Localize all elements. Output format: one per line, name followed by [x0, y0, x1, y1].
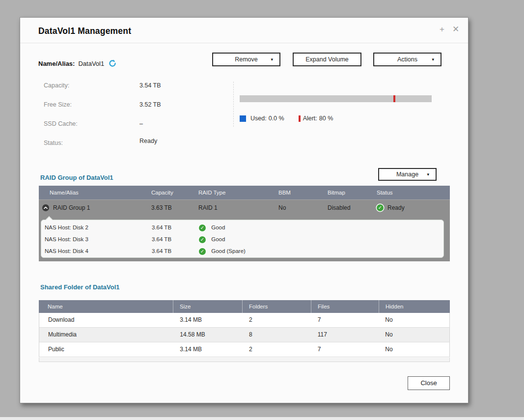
raid-group-bitmap: Disabled	[328, 200, 351, 216]
raid-group-type: RAID 1	[198, 200, 218, 216]
folder-name: Download	[39, 313, 173, 327]
folder-folders: 2	[243, 313, 311, 327]
disk-status: Good (Spare)	[211, 248, 246, 254]
used-swatch-icon	[240, 115, 246, 122]
shared-folder-row[interactable]: Multimedia 14.58 MB 8 117 No	[39, 328, 450, 342]
capacity-label: Capacity:	[44, 81, 69, 90]
raid-group-name: RAID Group 1	[53, 200, 90, 216]
disk-row: NAS Host: Disk 4 3.64 TB ✓ Good (Spare)	[41, 245, 443, 257]
datavol-management-dialog: DataVol1 Management + ✕ Name/Alias: Data…	[20, 17, 469, 403]
raid-group-table: Name/Alias Capacity RAID Type BBM Bitmap…	[39, 186, 450, 261]
raid-section-title: RAID Group of DataVol1	[40, 174, 113, 181]
name-alias-label: Name/Alias:	[38, 60, 75, 67]
shared-header-folders: Folders	[243, 300, 311, 313]
shared-header-size: Size	[173, 300, 243, 313]
ready-check-icon: ✓	[377, 204, 384, 211]
free-size-value: 3.52 TB	[139, 100, 161, 109]
close-button-label: Close	[420, 379, 437, 387]
folder-size: 3.14 MB	[173, 342, 243, 357]
shared-folder-row[interactable]: Download 3.14 MB 2 7 No	[39, 313, 450, 328]
actions-button-label: Actions	[397, 56, 417, 63]
usage-bar	[240, 95, 432, 102]
remove-button[interactable]: Remove ▾	[212, 53, 280, 66]
actions-button[interactable]: Actions ▾	[373, 53, 441, 66]
expand-volume-button[interactable]: Expand Volume	[293, 53, 361, 66]
disk-name: NAS Host: Disk 2	[45, 222, 88, 233]
alert-label: Alert:	[303, 115, 317, 122]
manage-caret-icon[interactable]: ▾	[427, 169, 429, 180]
used-label: Used:	[250, 115, 267, 122]
raid-group-status: Ready	[387, 200, 405, 216]
status-label: Status:	[44, 139, 63, 147]
folder-size: 14.58 MB	[173, 328, 243, 342]
raid-header-capacity: Capacity	[151, 186, 173, 199]
window-plus-icon[interactable]: +	[438, 25, 446, 34]
shared-section-title: Shared Folder of DataVol1	[40, 283, 120, 291]
folder-hidden: No	[379, 313, 449, 327]
raid-header-bitmap: Bitmap	[328, 186, 345, 199]
disk-capacity: 3.64 TB	[152, 222, 171, 233]
good-check-icon: ✓	[199, 248, 206, 255]
usage-legend: Used: 0.0 % Alert: 80 %	[240, 115, 333, 122]
used-value: 0.0 %	[269, 115, 284, 122]
folder-folders: 2	[243, 342, 311, 357]
ssd-cache-label: SSD Cache:	[44, 119, 78, 128]
shared-header-hidden: Hidden	[379, 300, 450, 313]
dialog-titlebar: DataVol1 Management + ✕	[20, 18, 468, 43]
folder-name: Multimedia	[39, 328, 173, 342]
good-check-icon: ✓	[199, 236, 206, 243]
folder-hidden: No	[379, 328, 449, 342]
alert-swatch-icon	[299, 115, 301, 122]
remove-button-label: Remove	[235, 56, 258, 63]
raid-table-header: Name/Alias Capacity RAID Type BBM Bitmap…	[39, 186, 450, 199]
shared-folder-row[interactable]: Public 3.14 MB 2 7 No	[39, 342, 450, 357]
disk-row: NAS Host: Disk 2 3.64 TB ✓ Good	[41, 222, 443, 233]
raid-header-type: RAID Type	[198, 186, 225, 199]
disk-status-wrap: ✓ Good	[199, 233, 225, 245]
shared-header-name: Name	[39, 300, 173, 313]
raid-header-status: Status	[377, 186, 393, 199]
raid-group-row[interactable]: RAID Group 1 3.63 TB RAID 1 No Disabled …	[39, 199, 450, 215]
disk-status: Good	[211, 224, 225, 230]
horizontal-scrollbar[interactable]	[39, 358, 450, 362]
raid-header-name: Name/Alias	[50, 186, 79, 199]
disk-name: NAS Host: Disk 3	[45, 233, 88, 245]
disk-status: Good	[211, 236, 225, 242]
window-close-icon[interactable]: ✕	[451, 25, 460, 34]
close-button[interactable]: Close	[408, 376, 450, 390]
folder-files: 117	[311, 328, 379, 342]
manage-button-label: Manage	[396, 171, 418, 178]
manage-button[interactable]: Manage ▾	[378, 168, 437, 181]
raid-group-capacity: 3.63 TB	[151, 200, 172, 216]
actions-caret-icon[interactable]: ▾	[432, 54, 434, 65]
raid-expanded-area: NAS Host: Disk 2 3.64 TB ✓ Good NAS Host…	[39, 215, 450, 261]
shared-header-files: Files	[311, 300, 379, 313]
disk-status-wrap: ✓ Good (Spare)	[199, 245, 246, 257]
shared-table-header: Name Size Folders Files Hidden	[39, 300, 450, 313]
folder-hidden: No	[379, 342, 449, 357]
rename-refresh-icon[interactable]	[109, 59, 116, 67]
info-divider	[233, 82, 234, 127]
desktop-background: DataVol1 Management + ✕ Name/Alias: Data…	[0, 0, 524, 420]
name-alias-row: Name/Alias: DataVol1	[38, 58, 116, 68]
good-check-icon: ✓	[199, 224, 206, 231]
disk-capacity: 3.64 TB	[152, 233, 171, 245]
raid-header-bbm: BBM	[278, 186, 291, 199]
collapse-chevron-icon[interactable]	[42, 204, 49, 211]
folder-files: 7	[311, 342, 379, 357]
ssd-cache-value: –	[139, 119, 143, 128]
raid-group-bbm: No	[278, 200, 286, 216]
remove-caret-icon[interactable]: ▾	[271, 54, 273, 65]
folder-files: 7	[311, 313, 379, 327]
folder-size: 3.14 MB	[173, 313, 243, 327]
folder-folders: 8	[243, 328, 311, 342]
capacity-value: 3.54 TB	[139, 81, 161, 90]
dialog-title: DataVol1 Management	[38, 18, 131, 43]
disk-capacity: 3.64 TB	[152, 245, 171, 257]
status-value: Ready	[139, 137, 157, 145]
name-alias-value: DataVol1	[78, 60, 104, 67]
disk-status-wrap: ✓ Good	[199, 222, 225, 233]
disk-name: NAS Host: Disk 4	[45, 245, 88, 257]
disk-row: NAS Host: Disk 3 3.64 TB ✓ Good	[41, 233, 443, 245]
expand-volume-button-label: Expand Volume	[305, 56, 349, 63]
